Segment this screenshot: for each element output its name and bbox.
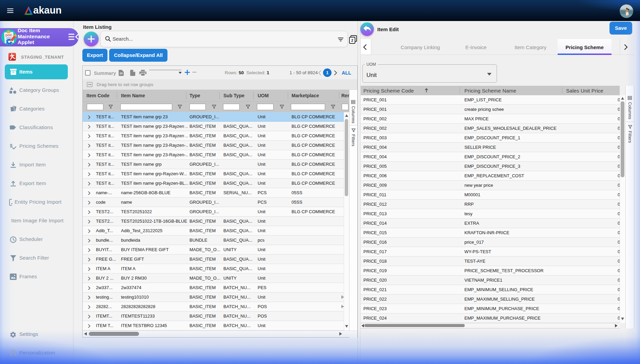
svg-text:$: $ [10,143,13,148]
svg-text:DOC: DOC [5,33,13,37]
svg-text:2: 2 [351,38,353,42]
